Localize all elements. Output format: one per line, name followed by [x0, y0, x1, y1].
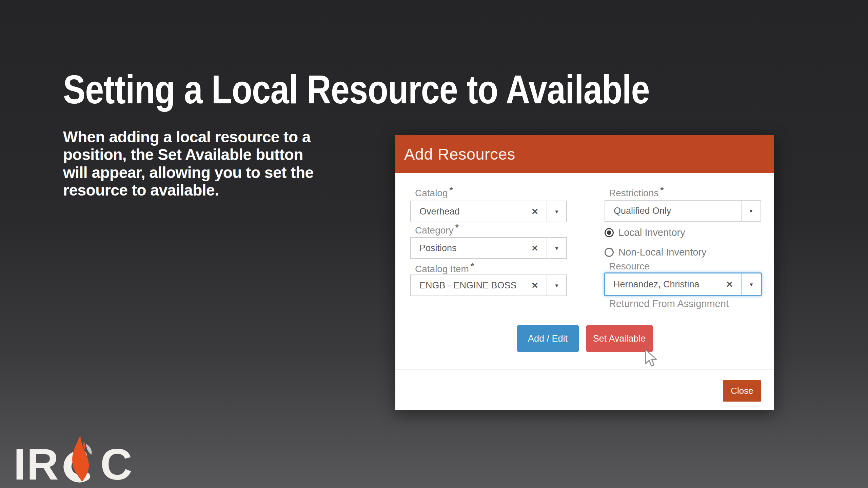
catalog-item-label-text: Catalog Item: [415, 264, 469, 274]
flame-o-icon: [62, 434, 100, 485]
resource-combobox[interactable]: Hernandez, Christina ✕ ▼: [604, 272, 762, 296]
catalog-item-combobox[interactable]: ENGB - ENGINE BOSS ✕ ▼: [410, 274, 567, 296]
description-text: When adding a local resource to a positi…: [63, 128, 314, 199]
radio-selected-icon[interactable]: [605, 228, 614, 237]
dropdown-arrow-icon[interactable]: ▼: [547, 275, 566, 296]
dropdown-arrow-icon[interactable]: ▼: [547, 201, 566, 222]
radio-dot: [607, 230, 611, 235]
set-available-button[interactable]: Set Available: [586, 325, 653, 352]
category-combobox-main[interactable]: Positions ✕: [411, 238, 547, 258]
local-inventory-radio-label: Local Inventory: [618, 227, 685, 238]
dialog-header: Add Resources: [395, 135, 774, 173]
category-value: Positions: [419, 243, 529, 253]
page-title: Setting a Local Resource to Available: [63, 66, 650, 113]
dropdown-arrow-icon[interactable]: ▼: [547, 238, 566, 258]
required-marker: *: [455, 222, 459, 232]
catalog-value: Overhead: [419, 206, 529, 217]
restrictions-label-text: Restrictions: [609, 188, 658, 198]
catalog-combobox-main[interactable]: Overhead ✕: [411, 201, 547, 222]
restrictions-label: Restrictions*: [609, 185, 664, 199]
iroc-logo: IR C: [14, 434, 133, 485]
catalog-label-text: Catalog: [415, 188, 448, 198]
resource-combobox-main[interactable]: Hernandez, Christina ✕: [605, 273, 741, 295]
category-label: Category*: [415, 222, 459, 236]
local-inventory-radio[interactable]: Local Inventory: [605, 227, 685, 238]
clear-icon[interactable]: ✕: [724, 280, 735, 289]
add-edit-button[interactable]: Add / Edit: [517, 325, 579, 352]
resource-label-text: Resource: [609, 261, 650, 271]
returned-from-assignment-label: Returned From Assignment: [609, 298, 729, 309]
category-label-text: Category: [415, 225, 454, 236]
restrictions-combobox[interactable]: Qualified Only ▼: [605, 200, 761, 222]
dropdown-arrow-icon[interactable]: ▼: [741, 273, 761, 295]
restrictions-combobox-main[interactable]: Qualified Only: [605, 201, 741, 221]
restrictions-value: Qualified Only: [614, 206, 735, 216]
required-marker: *: [660, 185, 664, 195]
required-marker: *: [471, 261, 474, 271]
radio-unselected-icon[interactable]: [605, 248, 614, 257]
catalog-combobox[interactable]: Overhead ✕ ▼: [410, 201, 567, 222]
catalog-label: Catalog*: [415, 185, 453, 199]
non-local-inventory-radio-label: Non-Local Inventory: [618, 247, 707, 258]
required-marker: *: [450, 185, 453, 195]
dialog-title: Add Resources: [404, 145, 515, 163]
dropdown-arrow-icon[interactable]: ▼: [741, 201, 761, 221]
catalog-item-label: Catalog Item*: [415, 261, 474, 274]
dialog-action-row: Add / Edit Set Available: [395, 325, 774, 352]
logo-text-c: C: [100, 444, 133, 486]
non-local-inventory-radio[interactable]: Non-Local Inventory: [605, 247, 707, 258]
add-resources-dialog: Add Resources Catalog* Overhead ✕ ▼ Cate…: [395, 135, 774, 410]
clear-icon[interactable]: ✕: [529, 243, 540, 253]
resource-value: Hernandez, Christina: [613, 279, 724, 290]
category-combobox[interactable]: Positions ✕ ▼: [410, 237, 567, 259]
catalog-item-value: ENGB - ENGINE BOSS: [419, 280, 529, 291]
resource-label: Resource: [609, 261, 650, 272]
dialog-footer-divider: [395, 369, 774, 370]
catalog-item-combobox-main[interactable]: ENGB - ENGINE BOSS ✕: [411, 275, 547, 296]
clear-icon[interactable]: ✕: [529, 281, 540, 290]
clear-icon[interactable]: ✕: [529, 207, 540, 217]
close-button[interactable]: Close: [723, 380, 761, 402]
logo-text-ir: IR: [14, 444, 60, 486]
